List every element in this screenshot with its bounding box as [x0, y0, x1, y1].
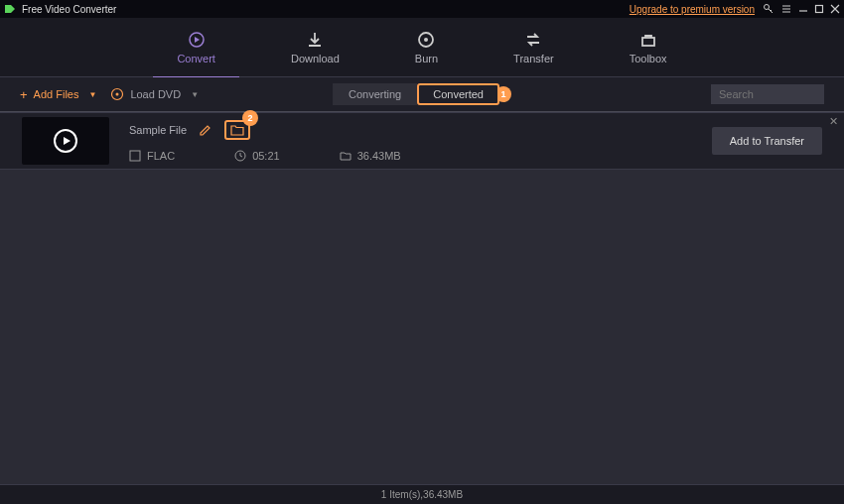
svg-rect-8 — [130, 151, 140, 161]
clock-icon — [234, 150, 246, 162]
edit-icon[interactable] — [199, 123, 212, 137]
nav-download[interactable]: Download — [279, 27, 352, 68]
tab-converted[interactable]: Converted — [417, 83, 499, 105]
close-icon[interactable] — [830, 4, 840, 14]
play-icon — [54, 129, 77, 153]
nav-toolbox-label: Toolbox — [630, 53, 667, 64]
folder-icon — [340, 150, 352, 162]
titlebar: Free Video Converter Upgrade to premium … — [0, 0, 844, 18]
load-dvd-label: Load DVD — [130, 88, 181, 100]
nav-convert-label: Convert — [177, 53, 215, 64]
download-icon — [306, 31, 324, 49]
add-files-button[interactable]: + Add Files ▼ — [20, 87, 96, 102]
maximize-icon[interactable] — [814, 4, 824, 14]
file-size: 36.43MB — [340, 150, 401, 162]
key-icon[interactable] — [763, 3, 774, 15]
file-thumbnail[interactable] — [22, 117, 109, 165]
content-area: ✕ Sample File 2 FLAC 05:21 — [0, 112, 844, 504]
nav-download-label: Download — [291, 53, 340, 64]
close-row-icon[interactable]: ✕ — [829, 115, 838, 128]
chevron-down-icon: ▼ — [88, 90, 96, 99]
toolbar: + Add Files ▼ Load DVD ▼ Converting Conv… — [0, 77, 844, 112]
menu-icon[interactable] — [780, 3, 792, 15]
open-folder-button[interactable]: 2 — [224, 120, 250, 140]
minimize-icon[interactable] — [798, 4, 808, 14]
plus-icon: + — [20, 87, 28, 102]
svg-rect-1 — [816, 6, 823, 13]
nav-transfer-label: Transfer — [513, 53, 554, 64]
svg-rect-5 — [642, 38, 654, 46]
app-title: Free Video Converter — [22, 4, 630, 15]
tab-converting[interactable]: Converting — [333, 83, 417, 105]
file-format: FLAC — [129, 150, 175, 162]
svg-point-0 — [765, 5, 770, 10]
statusbar: 1 Item(s),36.43MB — [0, 484, 844, 504]
app-logo — [4, 3, 18, 15]
transfer-icon — [524, 31, 542, 49]
svg-point-4 — [424, 38, 428, 42]
search-input[interactable] — [711, 84, 824, 104]
nav-burn-label: Burn — [415, 53, 438, 64]
callout-2: 2 — [242, 110, 258, 126]
file-name: Sample File — [129, 124, 187, 136]
upgrade-link[interactable]: Upgrade to premium version — [630, 4, 755, 15]
convert-icon — [188, 31, 206, 49]
load-dvd-button[interactable]: Load DVD ▼ — [110, 87, 199, 101]
toolbox-icon — [639, 31, 657, 49]
file-duration: 05:21 — [234, 150, 280, 162]
add-to-transfer-button[interactable]: Add to Transfer — [712, 127, 822, 155]
add-files-label: Add Files — [34, 88, 79, 100]
nav-convert[interactable]: Convert — [165, 27, 227, 68]
main-nav: Convert Download Burn Transfer Toolbox — [0, 18, 844, 77]
format-icon — [129, 150, 141, 162]
nav-burn[interactable]: Burn — [403, 27, 450, 68]
dvd-icon — [110, 87, 124, 101]
burn-icon — [417, 31, 435, 49]
nav-transfer[interactable]: Transfer — [501, 27, 566, 68]
status-text: 1 Item(s),36.43MB — [381, 489, 463, 500]
chevron-down-icon: ▼ — [191, 90, 199, 99]
file-row: ✕ Sample File 2 FLAC 05:21 — [0, 112, 844, 170]
svg-point-7 — [116, 93, 119, 96]
nav-toolbox[interactable]: Toolbox — [618, 27, 679, 68]
